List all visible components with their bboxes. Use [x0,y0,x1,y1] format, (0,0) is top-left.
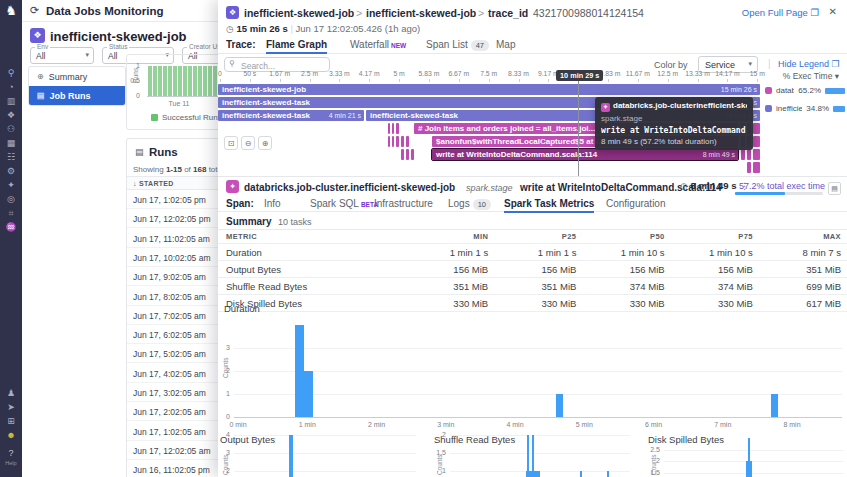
flame-span-fragment[interactable] [406,149,409,160]
column-header[interactable]: P75 [671,232,759,241]
zoom-in-icon[interactable]: ⊕ [258,136,272,150]
table-row[interactable]: Jun 17, 7:02:05 am [127,306,218,325]
tab-waterfall[interactable]: WaterfallNEW [350,39,406,50]
trace-id-value[interactable]: 4321700988014124154 [533,7,644,19]
flame-span-fragment[interactable] [401,136,404,147]
histogram-bar[interactable] [295,325,303,417]
bug-search-icon[interactable]: ⚇ [0,122,22,136]
column-header[interactable]: P50 [582,232,670,241]
table-row[interactable]: Jun 17, 4:02:05 am [127,364,218,383]
flame-span-fragment[interactable] [747,149,751,160]
histogram-bar[interactable] [289,435,294,477]
table-row[interactable]: Jun 17, 10:02:05 am [127,248,218,267]
flame-span-fragment[interactable] [388,136,390,147]
flame-span-fragment[interactable] [396,136,399,147]
flame-span-fragment[interactable] [741,149,745,160]
tab-logs[interactable]: Logs10 [448,198,491,210]
y-tick: 1 [216,390,230,397]
histogram-bar[interactable] [580,471,583,477]
open-full-page-link[interactable]: Open Full Page ❐ [742,7,819,18]
flame-span-fragment[interactable] [392,123,394,134]
flame-span-fragment[interactable] [753,123,760,134]
security-icon[interactable]: ⌗ [0,206,22,220]
tab-map[interactable]: Map [496,39,515,50]
flame-span-fragment[interactable] [753,162,760,173]
datadog-logo-icon[interactable]: ♞ [0,0,22,22]
histogram-bar[interactable] [556,394,563,417]
table-row[interactable]: Jun 16, 11:02:05 pm [127,460,218,477]
table-row[interactable]: Jun 17, 12:02:05 am [127,441,218,460]
account-icon[interactable]: ☻ [0,428,22,442]
settings-icon[interactable]: ⚙ [0,164,22,178]
watchdog-icon[interactable]: ◔ [0,80,22,94]
flame-span-fragment[interactable] [401,149,404,160]
column-header[interactable]: MAX [759,232,847,241]
flame-span-fragment[interactable] [406,136,409,147]
tab-infrastructure[interactable]: Infrastructure [374,198,433,209]
filter-env[interactable]: EnvAll▾ [30,47,94,64]
shortcuts-icon[interactable]: ➤ [0,400,22,414]
integrations-icon[interactable]: ✦ [0,178,22,192]
panel-toggle-icon[interactable]: ▤ [828,182,841,195]
synthetics-icon[interactable]: ◎ [0,192,22,206]
reset-zoom-icon[interactable]: ⊡ [224,136,238,150]
sidebar-item-job-runs[interactable]: ▤Job Runs [29,86,125,105]
started-column-header[interactable]: ↓ STARTED [133,180,174,187]
histogram-bar[interactable] [748,438,751,477]
table-row[interactable]: Jun 17, 8:02:05 am [127,287,218,306]
hide-legend-link[interactable]: Hide Legend ❐ [778,59,840,69]
close-icon[interactable]: ✕ [829,6,837,17]
apm-icon[interactable]: ❖ [0,108,22,122]
workflows-icon[interactable]: ♟ [0,386,22,400]
legend-item[interactable]: databricks.job-...65.2% [765,86,845,95]
flame-span[interactable]: inefficient-skewed-job15 min 26 s [218,84,760,95]
run-started-time: Jun 17, 7:02:05 am [133,311,206,321]
histogram-bar[interactable] [607,471,610,477]
column-header[interactable]: P25 [494,232,582,241]
tab-spark-task-metrics[interactable]: Spark Task Metrics [504,198,594,209]
flame-span[interactable]: inefficient-skewed-task4 min 21 s [218,110,364,121]
histogram-bar[interactable] [532,435,535,477]
span-service-name[interactable]: databricks.job-cluster.inefficient-skewe… [244,182,455,193]
logs-icon[interactable]: ☷ [0,150,22,164]
column-header[interactable]: MIN [406,232,494,241]
flame-span-fragment[interactable] [753,136,760,147]
table-row[interactable]: Jun 17, 3:02:05 am [127,383,218,402]
zoom-out-icon[interactable]: ⊖ [241,136,255,150]
sidebar-item-summary[interactable]: ⊕Summary [29,67,125,86]
table-row[interactable]: Jun 17, 5:02:05 am [127,344,218,363]
table-row[interactable]: Jun 17, 9:02:05 am [127,267,218,286]
table-row[interactable]: Jun 17, 12:02:05 pm [127,209,218,228]
flame-span-fragment[interactable] [747,162,751,173]
table-row[interactable]: Jun 17, 1:02:05 pm [127,190,218,209]
table-row[interactable]: Jun 17, 1:02:05 am [127,422,218,441]
streams-icon[interactable]: ♒ [0,220,22,234]
legend-item[interactable]: inefficient-ske...34.8% [765,104,845,113]
breadcrumb-task[interactable]: inefficient-skewed-job [366,7,476,19]
tab-flame-graph[interactable]: Flame Graph [266,39,327,50]
flame-span[interactable]: write at WriteIntoDeltaCommand.scala:114… [432,149,738,160]
histogram-bar[interactable] [304,371,312,417]
flame-span-fragment[interactable] [388,123,390,134]
histogram-bar[interactable] [771,394,778,417]
help-icon[interactable]: ? [0,448,22,458]
flame-span-fragment[interactable] [411,149,414,160]
flame-span-fragment[interactable] [396,123,399,134]
flame-span-fragment[interactable] [753,149,760,160]
tab-span-list[interactable]: Span List47 [426,39,489,51]
metrics-icon[interactable]: ▥ [0,94,22,108]
column-header[interactable]: METRIC [218,232,406,241]
legend-header[interactable]: % Exec Time ▾ [765,71,839,81]
table-row[interactable]: Jun 17, 2:02:05 am [127,402,218,421]
tab-info[interactable]: Info [264,198,281,209]
infrastructure-icon[interactable]: ▦ [0,136,22,150]
breadcrumb-job[interactable]: inefficient-skewed-job [244,7,354,19]
histogram-bar[interactable] [527,435,530,477]
tab-spark-sql[interactable]: Spark SQLBETA [310,198,378,209]
table-row[interactable]: Jun 17, 11:02:05 am [127,229,218,248]
apps-icon[interactable]: ⊞ [0,414,22,428]
search-icon[interactable]: ⚲ [0,66,22,80]
flame-span-fragment[interactable] [392,136,394,147]
table-row[interactable]: Jun 17, 6:02:05 am [127,325,218,344]
tab-configuration[interactable]: Configuration [606,198,665,209]
